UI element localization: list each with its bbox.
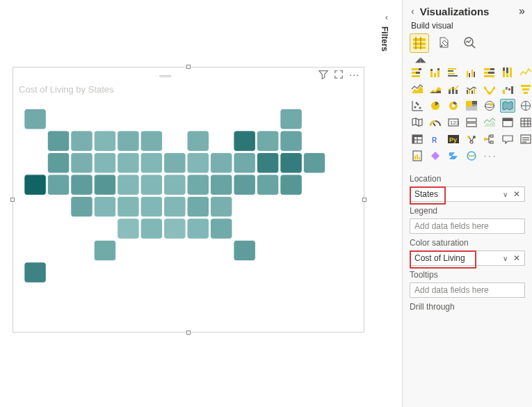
viz-decomposition-tree[interactable] — [482, 132, 497, 146]
state-TN[interactable] — [164, 196, 186, 217]
viz-treemap[interactable] — [464, 99, 479, 113]
state-MA[interactable] — [280, 152, 302, 173]
state-NY[interactable] — [234, 131, 255, 152]
chevron-left-icon[interactable]: ‹ — [380, 13, 394, 22]
viz-area[interactable] — [410, 82, 425, 96]
state-ME[interactable] — [280, 109, 302, 129]
tooltips-field-well[interactable]: Add data fields here — [410, 282, 525, 298]
collapse-pane-icon[interactable]: ‹ — [410, 4, 416, 18]
viz-100-stacked-column[interactable] — [500, 65, 515, 79]
focus-mode-icon[interactable] — [334, 70, 344, 79]
filter-icon[interactable] — [319, 70, 328, 79]
viz-matrix[interactable] — [410, 132, 425, 146]
state-WY[interactable] — [94, 152, 115, 173]
state-PA[interactable] — [234, 152, 255, 173]
viz-line[interactable] — [518, 65, 532, 79]
state-UT[interactable] — [71, 175, 92, 195]
state-MO[interactable] — [140, 175, 162, 195]
state-CA[interactable] — [24, 175, 46, 195]
state-RI[interactable] — [303, 152, 325, 173]
viz-arcgis[interactable] — [464, 149, 479, 163]
state-IN[interactable] — [187, 152, 209, 173]
viz-map[interactable] — [482, 99, 497, 113]
state-CT[interactable] — [280, 175, 302, 195]
state-NJ[interactable] — [257, 152, 278, 173]
state-NH[interactable] — [280, 131, 302, 152]
viz-python[interactable]: Py — [446, 132, 461, 146]
viz-gauge[interactable] — [428, 115, 443, 129]
viz-qna[interactable] — [500, 132, 515, 146]
remove-field-icon[interactable]: ✕ — [512, 189, 522, 199]
filters-label[interactable]: Filters — [380, 26, 389, 51]
resize-handle-bottom[interactable] — [186, 330, 191, 335]
viz-multi-row-card[interactable] — [464, 115, 479, 129]
viz-clustered-bar[interactable] — [446, 65, 461, 79]
state-NC[interactable] — [187, 196, 209, 217]
viz-slicer[interactable] — [500, 115, 515, 129]
state-VA[interactable] — [210, 175, 232, 195]
viz-kpi[interactable] — [482, 115, 497, 129]
state-MN[interactable] — [118, 131, 139, 152]
state-WA[interactable] — [47, 131, 69, 152]
state-AZ[interactable] — [71, 196, 92, 217]
state-NE[interactable] — [118, 175, 139, 195]
state-KY[interactable] — [164, 175, 186, 195]
viz-stacked-column[interactable] — [428, 65, 443, 79]
resize-handle-left[interactable] — [10, 198, 15, 202]
viz-stacked-area[interactable] — [428, 82, 443, 96]
viz-shape-map[interactable] — [410, 115, 425, 129]
state-OR[interactable] — [47, 152, 69, 173]
drag-grip-icon[interactable]: ══ — [17, 71, 313, 79]
state-OK[interactable] — [118, 218, 139, 239]
state-TX[interactable] — [94, 240, 115, 261]
viz-ribbon[interactable] — [482, 82, 497, 96]
viz-scatter[interactable] — [410, 99, 425, 113]
viz-card[interactable]: 123 — [446, 115, 461, 129]
state-AR[interactable] — [140, 196, 162, 217]
filters-pane-collapsed[interactable]: ‹ Filters — [380, 13, 394, 54]
viz-table[interactable] — [518, 115, 532, 129]
state-MS[interactable] — [164, 218, 186, 239]
chevron-down-icon[interactable]: ∨ — [501, 191, 509, 198]
state-SC[interactable] — [210, 196, 232, 217]
resize-handle-top[interactable] — [186, 65, 191, 69]
viz-donut[interactable] — [446, 99, 461, 113]
chevron-down-icon[interactable]: ∨ — [501, 255, 509, 262]
format-visual-tab[interactable] — [435, 33, 454, 53]
viz-100-stacked-bar[interactable] — [482, 65, 497, 79]
filled-map-chart[interactable] — [17, 95, 360, 328]
viz-azure-map[interactable] — [518, 99, 532, 113]
viz-stacked-bar[interactable] — [410, 65, 425, 79]
state-IA[interactable] — [140, 152, 162, 173]
location-field-well[interactable]: States ∨ ✕ — [410, 186, 525, 202]
saturation-field-well[interactable]: Cost of Living ∨ ✕ — [410, 250, 525, 266]
state-AK[interactable] — [24, 109, 46, 129]
viz-pie[interactable] — [428, 99, 443, 113]
remove-field-icon[interactable]: ✕ — [512, 253, 522, 263]
viz-key-influencers[interactable] — [464, 132, 479, 146]
viz-power-apps[interactable] — [428, 149, 443, 163]
viz-line-stacked-column[interactable] — [446, 82, 461, 96]
viz-power-automate[interactable] — [446, 149, 461, 163]
state-LA[interactable] — [140, 218, 162, 239]
viz-paginated-report[interactable] — [410, 149, 425, 163]
state-VT[interactable] — [257, 131, 278, 152]
viz-r-script[interactable]: R — [428, 132, 443, 146]
state-IL[interactable] — [164, 152, 186, 173]
legend-field-well[interactable]: Add data fields here — [410, 218, 525, 234]
expand-pane-icon[interactable]: » — [519, 5, 525, 17]
state-MT[interactable] — [71, 131, 92, 152]
state-SD[interactable] — [118, 152, 139, 173]
state-DE[interactable] — [257, 175, 278, 195]
more-options-icon[interactable]: ··· — [349, 69, 360, 80]
viz-filled-map[interactable] — [500, 99, 515, 113]
viz-funnel[interactable] — [518, 82, 532, 96]
state-NV[interactable] — [47, 175, 69, 195]
state-WI[interactable] — [140, 131, 162, 152]
viz-smart-narrative[interactable] — [518, 132, 532, 146]
state-OH[interactable] — [210, 152, 232, 173]
state-ID[interactable] — [71, 152, 92, 173]
build-visual-tab[interactable] — [410, 33, 429, 53]
viz-line-clustered-column[interactable] — [464, 82, 479, 96]
state-MI[interactable] — [187, 131, 209, 152]
